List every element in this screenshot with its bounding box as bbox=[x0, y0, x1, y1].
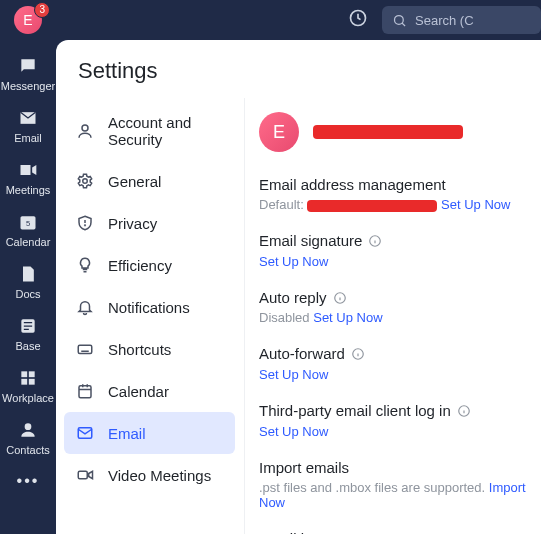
info-icon[interactable] bbox=[351, 347, 365, 361]
bell-icon bbox=[76, 298, 94, 316]
mail-icon bbox=[76, 424, 94, 442]
section-title: Email signature bbox=[259, 232, 362, 249]
nav-item-email[interactable]: Email bbox=[64, 412, 235, 454]
section-sub: Default: Set Up Now bbox=[259, 197, 527, 212]
rail-more-button[interactable]: ••• bbox=[17, 466, 40, 496]
bulb-icon bbox=[76, 256, 94, 274]
settings-nav: Account and Security General Privacy Eff… bbox=[56, 98, 244, 534]
nav-label: Efficiency bbox=[108, 257, 172, 274]
video-icon bbox=[76, 466, 94, 484]
nav-label: Account and Security bbox=[108, 114, 223, 148]
svg-rect-5 bbox=[21, 379, 27, 385]
nav-label: General bbox=[108, 173, 161, 190]
svg-rect-13 bbox=[78, 345, 92, 353]
svg-rect-16 bbox=[78, 471, 87, 479]
nav-item-privacy[interactable]: Privacy bbox=[64, 202, 235, 244]
rail-item-base[interactable]: Base bbox=[0, 308, 56, 360]
calendar-icon bbox=[76, 382, 94, 400]
svg-point-10 bbox=[82, 125, 88, 131]
nav-item-notifications[interactable]: Notifications bbox=[64, 286, 235, 328]
section-title: Third-party email client log in bbox=[259, 402, 451, 419]
mail-icon bbox=[18, 108, 38, 128]
section-title: Email address management bbox=[259, 176, 527, 193]
nav-item-efficiency[interactable]: Efficiency bbox=[64, 244, 235, 286]
svg-point-7 bbox=[25, 423, 32, 430]
import-sub: .pst files and .mbox files are supported… bbox=[259, 480, 485, 495]
setup-link[interactable]: Set Up Now bbox=[259, 424, 328, 439]
svg-point-12 bbox=[85, 225, 86, 226]
grid-icon bbox=[18, 368, 38, 388]
rail-item-messenger[interactable]: Messenger bbox=[0, 48, 56, 100]
section-title: Import emails bbox=[259, 459, 527, 476]
rail-label: Calendar bbox=[6, 236, 51, 248]
setup-link[interactable]: Set Up Now bbox=[441, 197, 510, 212]
avatar-letter: E bbox=[23, 12, 32, 28]
section-import: Import emails .pst files and .mbox files… bbox=[259, 459, 527, 510]
nav-item-video-meetings[interactable]: Video Meetings bbox=[64, 454, 235, 496]
rail-item-email[interactable]: Email bbox=[0, 100, 56, 152]
rail-item-docs[interactable]: Docs bbox=[0, 256, 56, 308]
rail-label: Base bbox=[15, 340, 40, 352]
base-icon bbox=[18, 316, 38, 336]
rail-item-calendar[interactable]: 5 Calendar bbox=[0, 204, 56, 256]
section-layout: Email layout bbox=[259, 530, 527, 534]
nav-label: Video Meetings bbox=[108, 467, 211, 484]
section-autoforward: Auto-forward Set Up Now bbox=[259, 345, 527, 382]
section-title: Auto-forward bbox=[259, 345, 345, 362]
nav-label: Privacy bbox=[108, 215, 157, 232]
svg-rect-4 bbox=[29, 371, 35, 377]
svg-point-11 bbox=[83, 179, 88, 184]
person-icon bbox=[76, 122, 94, 140]
rail-label: Docs bbox=[15, 288, 40, 300]
nav-label: Calendar bbox=[108, 383, 169, 400]
shield-icon bbox=[76, 214, 94, 232]
section-thirdparty: Third-party email client log in Set Up N… bbox=[259, 402, 527, 439]
rail-item-workplace[interactable]: Workplace bbox=[0, 360, 56, 412]
nav-item-general[interactable]: General bbox=[64, 160, 235, 202]
svg-rect-14 bbox=[79, 386, 91, 398]
setup-link[interactable]: Set Up Now bbox=[313, 310, 382, 325]
profile-row: E bbox=[259, 112, 527, 152]
contacts-icon bbox=[18, 420, 38, 440]
docs-icon bbox=[18, 264, 38, 284]
nav-label: Notifications bbox=[108, 299, 190, 316]
nav-label: Email bbox=[108, 425, 146, 442]
nav-item-shortcuts[interactable]: Shortcuts bbox=[64, 328, 235, 370]
setup-link[interactable]: Set Up Now bbox=[259, 254, 328, 269]
calendar-icon: 5 bbox=[18, 212, 38, 232]
svg-text:5: 5 bbox=[26, 219, 30, 228]
nav-label: Shortcuts bbox=[108, 341, 171, 358]
rail-item-meetings[interactable]: Meetings bbox=[0, 152, 56, 204]
nav-item-account[interactable]: Account and Security bbox=[64, 102, 235, 160]
info-icon[interactable] bbox=[368, 234, 382, 248]
notification-badge: 3 bbox=[34, 2, 50, 18]
rail-label: Contacts bbox=[6, 444, 49, 456]
info-icon[interactable] bbox=[333, 291, 347, 305]
setup-link[interactable]: Set Up Now bbox=[259, 367, 328, 382]
rail-label: Email bbox=[14, 132, 42, 144]
info-icon[interactable] bbox=[457, 404, 471, 418]
rail-label: Messenger bbox=[1, 80, 55, 92]
rail-label: Workplace bbox=[2, 392, 54, 404]
rail-item-contacts[interactable]: Contacts bbox=[0, 412, 56, 464]
svg-rect-6 bbox=[29, 379, 35, 385]
redacted-email bbox=[307, 200, 437, 212]
status-text: Disabled bbox=[259, 310, 310, 325]
rail-label: Meetings bbox=[6, 184, 51, 196]
profile-avatar[interactable]: E 3 bbox=[14, 6, 42, 34]
settings-card: Settings Account and Security General Pr… bbox=[56, 40, 541, 534]
settings-panel: E Email address management Default: Set … bbox=[244, 98, 541, 534]
section-autoreply: Auto reply Disabled Set Up Now bbox=[259, 289, 527, 325]
profile-avatar-large[interactable]: E bbox=[259, 112, 299, 152]
left-rail: E 3 Messenger Email Meetings 5 Calenda bbox=[0, 0, 56, 534]
nav-item-calendar[interactable]: Calendar bbox=[64, 370, 235, 412]
section-title: Auto reply bbox=[259, 289, 327, 306]
avatar-letter: E bbox=[273, 122, 285, 143]
keyboard-icon bbox=[76, 340, 94, 358]
gear-icon bbox=[76, 172, 94, 190]
video-icon bbox=[18, 160, 38, 180]
page-title: Settings bbox=[56, 40, 541, 98]
chat-icon bbox=[18, 56, 38, 76]
section-signature: Email signature Set Up Now bbox=[259, 232, 527, 269]
section-title: Email layout bbox=[259, 530, 527, 534]
